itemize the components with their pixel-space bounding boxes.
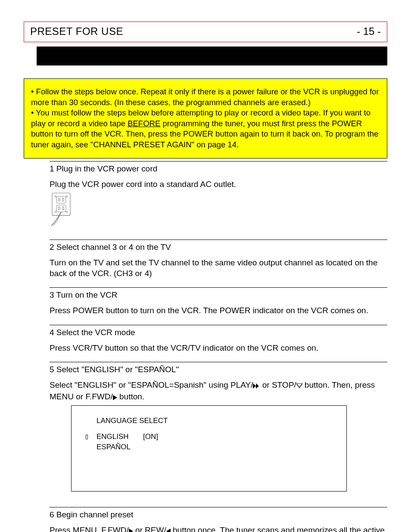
screen-option-english: ENGLISH — [97, 432, 135, 442]
page: PRESET FOR USE - 15 - • Follow the steps… — [0, 0, 411, 532]
step-5-body: Select "ENGLISH" or "ESPAÑOL=Spanish" us… — [50, 376, 387, 505]
step-6-text-b: or REW/ — [133, 526, 166, 532]
step-4-title: 4 Select the VCR mode — [50, 327, 387, 339]
step-5-text-a: Select "ENGLISH" or "ESPAÑOL=Spanish" us… — [50, 380, 253, 389]
step-3-body: Press POWER button to turn on the VCR. T… — [50, 302, 387, 322]
screen-row-english: ▯ ENGLISH [ON] — [84, 432, 333, 442]
step-2-body: Turn on the TV and set the TV channel to… — [50, 254, 387, 285]
divider — [50, 287, 387, 288]
selector-glyph: ▯ — [84, 432, 97, 442]
play-icon — [113, 392, 117, 403]
fast-forward-icon — [253, 380, 260, 391]
page-title: PRESET FOR USE — [30, 25, 123, 37]
svg-rect-7 — [62, 198, 64, 201]
divider — [50, 362, 387, 362]
down-triangle-icon — [296, 380, 302, 391]
divider — [50, 507, 387, 507]
page-number: - 15 - — [357, 25, 381, 37]
step-5-title: 5 Select "ENGLISH" or "ESPAÑOL" — [50, 364, 387, 376]
svg-rect-8 — [56, 205, 66, 212]
step-6-text-a: Press MENU, F.FWD/ — [50, 526, 129, 532]
svg-point-4 — [66, 211, 68, 213]
step-5-text-b: or STOP/ — [260, 380, 296, 389]
divider — [50, 325, 387, 325]
steps-content: 1 Plug in the VCR power cord Plug the VC… — [50, 161, 387, 532]
step-2-title: 2 Select channel 3 or 4 on the TV — [50, 242, 387, 254]
notice-box: • Follow the steps below once. Repeat it… — [24, 78, 387, 159]
screen-title: LANGUAGE SELECT — [97, 416, 333, 426]
svg-rect-6 — [59, 198, 60, 201]
svg-point-1 — [55, 196, 56, 197]
step-1-body-text: Plug the VCR power cord into a standard … — [50, 180, 236, 189]
step-3-title: 3 Turn on the VCR — [50, 289, 387, 302]
screen-option-espanol: ESPAÑOL — [97, 442, 135, 452]
step-1-body: Plug the VCR power cord into a standard … — [50, 175, 387, 237]
svg-point-2 — [66, 196, 68, 197]
section-black-bar — [37, 47, 387, 65]
play-icon — [129, 526, 133, 532]
reverse-icon — [166, 526, 171, 532]
divider — [50, 240, 387, 240]
notice-before-word: BEFORE — [128, 119, 160, 128]
step-1-title: 1 Plug in the VCR power cord — [50, 163, 387, 175]
step-5-text-d: button. — [117, 392, 144, 401]
screen-row-espanol: ESPAÑOL — [84, 442, 333, 452]
screen-option-english-state: [ON] — [143, 432, 158, 442]
language-select-screen: LANGUAGE SELECT ▯ ENGLISH [ON] ESPAÑOL — [71, 405, 347, 492]
step-4-body: Press VCR/TV button so that the VCR/TV i… — [50, 339, 387, 359]
svg-rect-10 — [62, 207, 64, 210]
svg-rect-9 — [59, 207, 60, 210]
step-6-body: Press MENU, F.FWD/ or REW/ button once. … — [50, 521, 387, 532]
notice-line-1: • Follow the steps below once. Repeat it… — [31, 87, 379, 107]
svg-rect-5 — [56, 196, 66, 203]
outlet-illustration — [50, 192, 75, 227]
step-6-title: 6 Begin channel preset — [50, 509, 387, 521]
divider — [50, 161, 387, 162]
page-header-box: PRESET FOR USE - 15 - — [24, 22, 387, 42]
svg-point-3 — [55, 211, 56, 213]
